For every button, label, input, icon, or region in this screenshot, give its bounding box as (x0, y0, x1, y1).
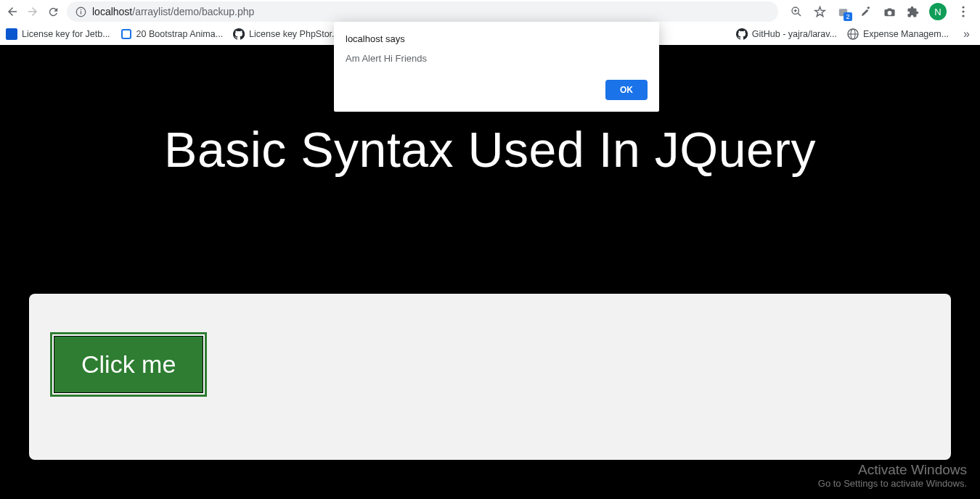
alert-message: Am Alert Hi Friends (346, 53, 648, 64)
bookmark-item[interactable]: GitHub - yajra/larav... (736, 28, 837, 40)
bookmark-item[interactable]: License key for Jetb... (6, 28, 110, 40)
back-button[interactable] (6, 5, 19, 18)
bookmark-label: License key for Jetb... (22, 29, 110, 39)
watermark-title: Activate Windows (818, 462, 967, 478)
url-text: localhost/arraylist/demo/backup.php (92, 6, 254, 17)
page-content: Basic Syntax Used In JQuery Click me Act… (0, 45, 980, 499)
alert-ok-button[interactable]: OK (605, 80, 648, 100)
bookmark-item[interactable]: Expense Managem... (847, 28, 949, 40)
extension-icon[interactable]: 2 (836, 5, 849, 18)
bookmark-label: GitHub - yajra/larav... (752, 29, 837, 39)
bookmark-item[interactable]: 20 Bootstrap Anima... (121, 28, 224, 40)
reload-button[interactable] (46, 5, 60, 18)
address-bar[interactable]: localhost/arraylist/demo/backup.php (67, 1, 778, 22)
bookmark-label: 20 Bootstrap Anima... (136, 29, 224, 39)
github-icon (233, 28, 245, 40)
extensions-puzzle-icon[interactable] (906, 5, 919, 18)
forward-button[interactable] (26, 5, 39, 18)
toolbar-right: 2 N (785, 3, 974, 20)
site-info-icon[interactable] (75, 7, 86, 17)
bookmark-star-icon[interactable] (813, 5, 826, 18)
windows-watermark: Activate Windows Go to Settings to activ… (818, 462, 967, 489)
svg-rect-11 (6, 28, 17, 40)
watermark-subtitle: Go to Settings to activate Windows. (818, 478, 967, 489)
svg-rect-1 (81, 11, 81, 14)
bookmark-favicon (121, 28, 132, 40)
bookmarks-overflow[interactable]: » (959, 28, 974, 41)
svg-point-8 (962, 6, 964, 8)
content-card: Click me (29, 294, 951, 460)
bookmark-item[interactable]: License key PhpStor... (233, 28, 339, 40)
profile-avatar[interactable]: N (929, 3, 947, 20)
click-me-button[interactable]: Click me (52, 334, 205, 395)
svg-rect-2 (81, 9, 81, 9)
svg-line-4 (798, 13, 801, 16)
globe-icon (847, 28, 859, 40)
bookmark-label: License key PhpStor... (249, 29, 339, 39)
bookmark-favicon (6, 28, 17, 40)
extension-badge: 2 (844, 12, 852, 21)
eyedropper-icon[interactable] (859, 5, 873, 18)
camera-icon[interactable] (883, 5, 896, 18)
alert-title: localhost says (346, 33, 648, 44)
svg-rect-12 (122, 30, 131, 38)
menu-dots-icon[interactable] (957, 5, 970, 18)
github-icon (736, 28, 748, 40)
zoom-icon[interactable] (790, 5, 803, 18)
svg-point-10 (962, 15, 964, 17)
svg-point-9 (962, 10, 964, 12)
alert-dialog: localhost says Am Alert Hi Friends OK (334, 22, 659, 112)
bookmark-label: Expense Managem... (863, 29, 949, 39)
browser-toolbar: localhost/arraylist/demo/backup.php 2 (0, 0, 980, 23)
